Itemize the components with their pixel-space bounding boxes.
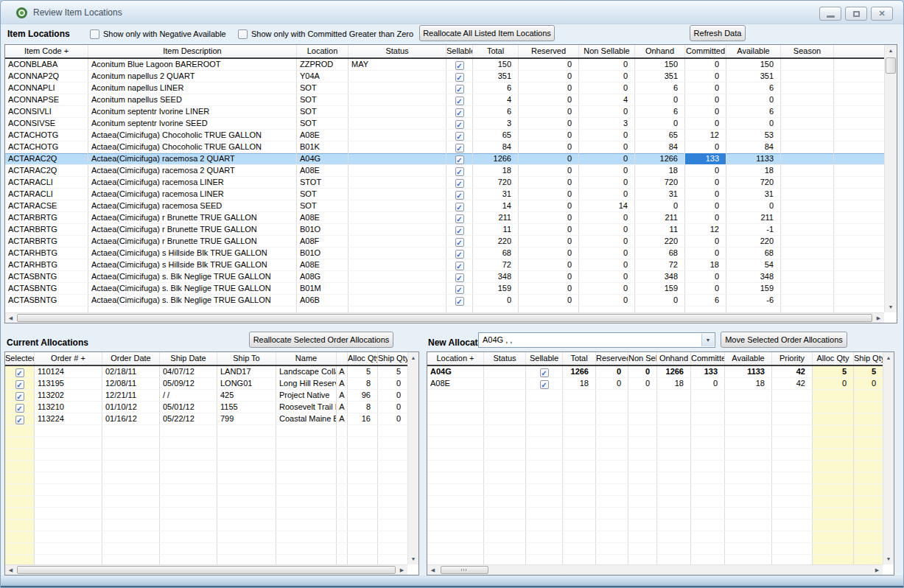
alloc-qty-cell[interactable] [813,519,854,531]
ship-qty-cell[interactable] [854,402,883,413]
new-allocation-row[interactable]: ✓ [427,402,883,413]
sellable-checkbox[interactable]: ✓ [455,144,464,153]
minimize-button[interactable] [819,7,841,21]
reallocate-selected-button[interactable]: Reallocate Selected Order Allocations [249,332,393,348]
negative-available-checkbox[interactable] [90,29,99,39]
new-allocation-row[interactable]: ✓ [427,413,883,425]
ship-qty-cell[interactable] [854,449,883,461]
alloc-qty-cell[interactable] [813,449,854,461]
item-table-row[interactable]: ACTARAC2Q Actaea(Cimicifuga) racemosa 2 … [5,153,884,165]
committed-cell[interactable] [685,307,726,312]
committed-cell[interactable]: 0 [685,248,726,259]
item-table-row[interactable]: ACTARHBTG Actaea(Cimicifuga) s Hillside … [5,259,884,271]
sellable-checkbox[interactable]: ✓ [455,61,464,70]
item-table-row[interactable]: ACTARBRTG Actaea(Cimicifuga) r Brunette … [5,224,884,236]
scroll-down-icon[interactable]: ▼ [408,553,418,564]
ship-qty-cell[interactable] [854,413,883,425]
new-allocation-row[interactable]: ✓ [427,484,883,496]
item-table-row[interactable]: ✓ [5,307,884,312]
new-allocation-row[interactable]: ✓ [427,496,883,508]
new-allocation-row[interactable]: ✓ [427,472,883,484]
new-allocation-vertical-scrollbar[interactable]: ▲ ▼ [883,352,894,564]
item-table-row[interactable]: ACTARACLI Actaea(Cimicifuga) racemosa LI… [5,177,884,189]
alloc-qty-cell[interactable] [813,402,854,413]
committed-cell[interactable]: 0 [685,283,726,295]
sellable-checkbox[interactable]: ✓ [455,262,464,270]
sellable-checkbox[interactable]: ✓ [455,203,464,211]
scroll-right-icon[interactable]: ▶ [396,565,407,575]
horizontal-scroll-thumb[interactable] [17,566,396,574]
ship-qty-cell[interactable]: 0 [854,378,883,390]
allocation-row[interactable]: ✓ [5,543,407,555]
order-selected-checkbox[interactable]: ✓ [15,368,24,377]
item-table-row[interactable]: ACTARACLI Actaea(Cimicifuga) racemosa LI… [5,189,884,200]
committed-cell[interactable]: 0 [685,177,726,189]
sellable-checkbox[interactable]: ✓ [455,214,464,223]
ship-qty-cell[interactable] [854,425,883,437]
item-table-row[interactable]: ACTACHOTG Actaea(Cimicifuga) Chocoholic … [5,141,884,153]
committed-cell[interactable]: 0 [685,83,726,94]
column-header-onhand[interactable]: Onhand [657,352,691,365]
allocation-row[interactable]: ✓ [5,519,407,531]
column-header-non-sellable[interactable]: Non Sellable [579,45,635,57]
move-selected-button[interactable]: Move Selected Order Allocations [721,332,847,348]
committed-cell[interactable]: 0 [685,118,726,130]
alloc-qty-cell[interactable]: 5 [813,366,854,378]
sellable-checkbox[interactable]: ✓ [455,226,464,235]
committed-cell[interactable]: 0 [685,189,726,200]
negative-available-filter[interactable]: Show only with Negative Available [90,29,226,39]
ship-qty-cell[interactable] [854,437,883,449]
item-table-row[interactable]: ACTASBNTG Actaea(Cimicifuga) s. Blk Negl… [5,283,884,295]
column-header-order-date[interactable]: Order Date [102,352,160,365]
committed-cell[interactable]: 0 [685,200,726,212]
committed-cell[interactable]: 0 [685,165,726,177]
committed-cell[interactable]: 0 [685,106,726,118]
column-header-status[interactable]: Status [348,45,446,57]
item-table-row[interactable]: ACTARHBTG Actaea(Cimicifuga) s Hillside … [5,248,884,259]
ship-qty-cell[interactable] [854,555,883,564]
column-header-item-code[interactable]: Item Code + [5,45,88,57]
refresh-data-button[interactable]: Refresh Data [690,25,746,41]
new-allocation-row[interactable]: ✓ [427,461,883,472]
committed-cell[interactable]: 133 [685,153,726,165]
item-table-row[interactable]: ACTARBRTG Actaea(Cimicifuga) r Brunette … [5,212,884,224]
allocation-row[interactable]: ✓ [5,425,407,437]
item-table-row[interactable]: ACTARBRTG Actaea(Cimicifuga) r Brunette … [5,236,884,248]
sellable-checkbox[interactable]: ✓ [540,368,549,377]
ship-qty-cell[interactable] [854,531,883,543]
alloc-qty-cell[interactable] [813,413,854,425]
sellable-checkbox[interactable]: ✓ [455,273,464,282]
sellable-checkbox[interactable]: ✓ [455,108,464,117]
scroll-down-icon[interactable]: ▼ [885,301,897,312]
item-table-row[interactable]: ACTACHOTG Actaea(Cimicifuga) Chocoholic … [5,130,884,141]
item-table-row[interactable]: ACONNAPLI Aconitum napellus LINER SOT ✓ … [5,83,884,94]
ship-qty-cell[interactable] [854,484,883,496]
committed-cell[interactable]: 0 [685,212,726,224]
sellable-checkbox[interactable]: ✓ [455,297,464,306]
new-allocation-row[interactable]: ✓ [427,519,883,531]
column-header-total[interactable]: Total [473,45,519,57]
committed-cell[interactable]: 0 [685,71,726,83]
item-table-row[interactable]: ACTARACSE Actaea(Cimicifuga) racemosa SE… [5,200,884,212]
alloc-qty-cell[interactable] [813,425,854,437]
item-table-vertical-scrollbar[interactable]: ▲ ▼ [884,45,897,312]
new-allocation-row[interactable]: ✓ [427,543,883,555]
allocation-row[interactable]: ✓ [5,449,407,461]
column-header-status[interactable]: Status [484,352,526,365]
column-header-season[interactable]: Season [781,45,834,57]
column-header-available[interactable]: Available [726,45,781,57]
new-allocation-row[interactable]: ✓ [427,437,883,449]
column-header-selected[interactable]: Selected [5,352,35,365]
scroll-down-icon[interactable]: ▼ [883,553,894,564]
combobox-dropdown-icon[interactable]: ▼ [701,334,714,346]
new-allocation-row[interactable]: ✓ [427,555,883,564]
column-header-order[interactable]: Order # + [35,352,102,365]
close-button[interactable]: ✕ [871,7,893,21]
sellable-checkbox[interactable]: ✓ [455,191,464,200]
column-header-available[interactable]: Available [725,352,772,365]
alloc-qty-cell[interactable] [813,484,854,496]
allocation-row[interactable]: ✓ 113210 01/10/12 05/01/12 1155 Roosevel… [5,402,407,413]
order-selected-checkbox[interactable]: ✓ [15,380,24,389]
committed-cell[interactable]: 0 [685,141,726,153]
sellable-checkbox[interactable]: ✓ [455,97,464,105]
